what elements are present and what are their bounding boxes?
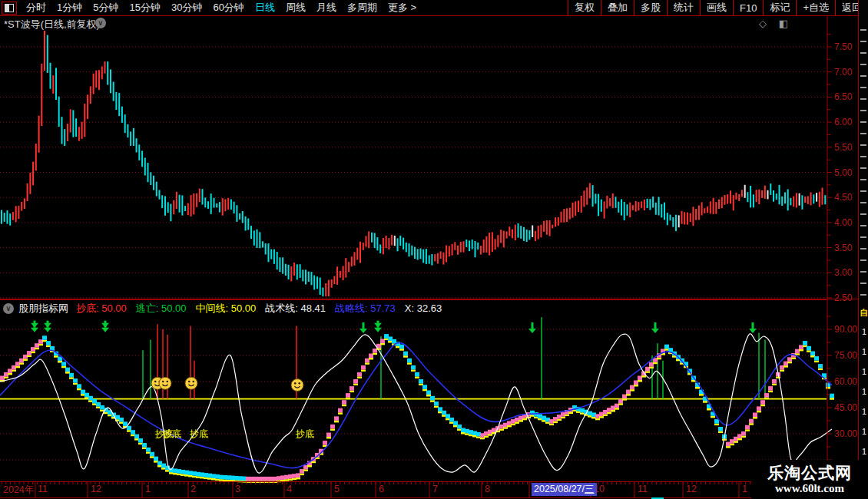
- trading-app-window: 抄底抄底抄底抄底 分时1分钟5分钟15分钟30分钟60分钟日线周线月线多周期更多…: [0, 0, 868, 499]
- action-button-复权[interactable]: 复权: [568, 0, 601, 15]
- date-label: 8: [485, 484, 490, 494]
- price-label: 3.50: [834, 243, 857, 253]
- strip-fragment: [860, 236, 866, 238]
- action-button-+自选[interactable]: +自选: [796, 0, 835, 15]
- price-label: 5.00: [834, 167, 857, 178]
- strip-fragment: [860, 283, 866, 284]
- date-label: 4: [287, 484, 292, 494]
- strip-fragment: [860, 190, 866, 192]
- strip-fragment: [860, 121, 866, 123]
- strip-char: 1: [860, 367, 868, 376]
- price-label: 7.00: [834, 67, 857, 78]
- watermark-title: 乐淘公式网: [767, 464, 852, 482]
- strip-fragment: [860, 271, 866, 273]
- strip-fragment: [860, 75, 866, 77]
- date-label: 11: [638, 484, 648, 494]
- period-tab-多周期[interactable]: 多周期: [347, 1, 377, 15]
- watermark: 乐淘公式网 www.60lt.com: [751, 460, 868, 499]
- date-label: 3: [235, 484, 240, 494]
- indicator-value-中间线: 中间线: 50.00: [196, 302, 257, 314]
- date-label: 6: [379, 484, 384, 494]
- period-tab-60分钟[interactable]: 60分钟: [213, 1, 244, 15]
- date-label: 2024年: [3, 484, 34, 497]
- title-row: *ST波导(日线,前复权) ∨ ◇ ◧: [0, 16, 827, 30]
- stock-title: *ST波导(日线,前复权): [4, 18, 100, 31]
- action-button-F10[interactable]: F10: [733, 0, 763, 15]
- svg-text:抄底: 抄底: [162, 428, 181, 439]
- strip-fragment: [860, 156, 866, 157]
- strip-char: 1: [860, 427, 868, 436]
- price-label: 2.50: [834, 292, 857, 303]
- indicator-value-逃亡: 逃亡: 50.00: [136, 302, 187, 314]
- period-tab-30分钟[interactable]: 30分钟: [171, 1, 202, 15]
- date-label: 12: [91, 484, 101, 494]
- period-tab-分时[interactable]: 分时: [26, 1, 46, 15]
- period-tab-5分钟[interactable]: 5分钟: [93, 1, 118, 15]
- strip-char: 1: [860, 407, 868, 416]
- strip-fragment: [860, 52, 866, 54]
- period-tab-月线[interactable]: 月线: [316, 1, 336, 15]
- strip-fragment: [860, 259, 866, 261]
- action-button-统计[interactable]: 统计: [667, 0, 700, 15]
- strip-fragment: [860, 294, 866, 296]
- strip-char: 1: [860, 347, 868, 356]
- strip-fragment: [860, 87, 866, 88]
- chevron-down-icon[interactable]: ∨: [95, 18, 106, 28]
- strip-fragment: [860, 213, 866, 215]
- strip-char: 自: [860, 307, 868, 319]
- period-tab-周线[interactable]: 周线: [286, 1, 306, 15]
- indicator-header: ∨ 股朋指标网 抄底: 50.00逃亡: 50.00中间线: 50.00战术线:…: [0, 299, 827, 317]
- right-panel-strip[interactable]: 自11111111: [858, 0, 868, 499]
- indicator-axis-label: 30.00: [834, 428, 857, 439]
- date-label: 11: [38, 484, 48, 494]
- date-axis[interactable]: 2024年11121234567810111212025/08/27/三: [0, 482, 868, 497]
- period-tab-日线[interactable]: 日线: [255, 1, 275, 15]
- price-label: 7.50: [834, 41, 857, 52]
- action-buttons: 复权叠加多股统计画线F10标记+自选返回: [568, 0, 868, 15]
- date-label: 7: [432, 484, 438, 494]
- strip-fragment: [860, 202, 866, 203]
- date-label: 12: [686, 484, 697, 494]
- action-button-多股[interactable]: 多股: [634, 0, 667, 15]
- indicator-value-战术线: 战术线: 48.41: [265, 302, 326, 314]
- indicator-value-抄底: 抄底: 50.00: [76, 302, 127, 314]
- date-label: 1: [145, 484, 151, 494]
- watermark-url: www.60lt.com: [775, 482, 844, 495]
- svg-text:抄底: 抄底: [189, 428, 208, 439]
- svg-text:抄底: 抄底: [295, 428, 314, 439]
- period-tab-更多 >[interactable]: 更多 >: [388, 1, 416, 15]
- action-button-标记[interactable]: 标记: [763, 0, 796, 15]
- strip-fragment: [860, 248, 866, 250]
- strip-fragment: [860, 110, 866, 111]
- period-tab-15分钟[interactable]: 15分钟: [129, 1, 160, 15]
- price-label: 5.50: [834, 142, 857, 153]
- strip-fragment: [860, 225, 866, 226]
- strip-char: 1: [860, 327, 868, 336]
- top-toolbar: 分时1分钟5分钟15分钟30分钟60分钟日线周线月线多周期更多 > 复权叠加多股…: [0, 0, 868, 16]
- price-label: 4.00: [834, 217, 857, 228]
- period-tab-1分钟[interactable]: 1分钟: [57, 1, 82, 15]
- strip-fragment: [860, 41, 866, 42]
- strip-fragment: [860, 167, 866, 169]
- date-label: 5: [334, 484, 340, 494]
- price-label: 6.50: [834, 91, 857, 102]
- chevron-down-icon[interactable]: ∨: [3, 303, 14, 314]
- title-corner-icons[interactable]: ◇ ◧: [759, 18, 793, 29]
- action-button-叠加[interactable]: 叠加: [601, 0, 634, 15]
- indicator-source[interactable]: 股朋指标网: [18, 302, 68, 316]
- indicator-value-X: X: 32.63: [405, 302, 442, 314]
- strip-fragment: [860, 64, 866, 65]
- chart-canvas[interactable]: 抄底抄底抄底抄底: [0, 0, 868, 499]
- action-button-画线[interactable]: 画线: [700, 0, 733, 15]
- date-label: 2: [190, 484, 196, 494]
- period-tabs: 分时1分钟5分钟15分钟30分钟60分钟日线周线月线多周期更多 >: [26, 1, 568, 15]
- selected-date[interactable]: 2025/08/27/三: [532, 483, 597, 496]
- strip-fragment: [860, 133, 866, 134]
- strip-fragment: [860, 144, 866, 146]
- strip-char: 1: [860, 447, 868, 456]
- layout-split-icon[interactable]: [2, 2, 17, 15]
- strip-fragment: [860, 29, 866, 31]
- indicator-axis-label: 75.00: [834, 350, 857, 361]
- indicator-value-战略线: 战略线: 57.73: [335, 302, 396, 314]
- date-label: 1: [742, 484, 747, 494]
